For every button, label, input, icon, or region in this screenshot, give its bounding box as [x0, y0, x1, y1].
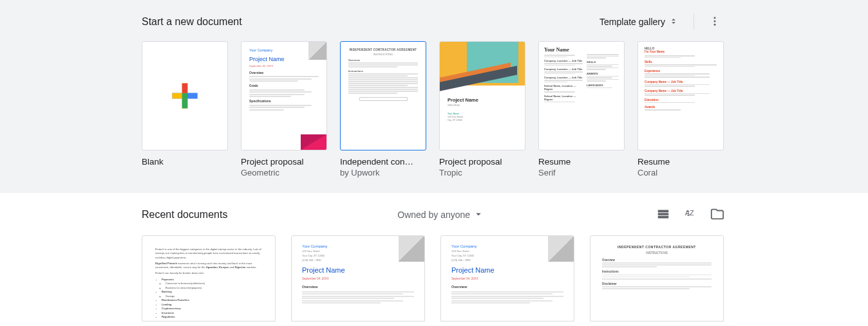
doc-card[interactable]: INDEPENDENT CONTRACTOR AGREEMENT INSTRUC… — [590, 235, 724, 321]
doc-section: Overview — [451, 284, 563, 289]
plus-icon — [142, 42, 227, 150]
template-proposal-geometric[interactable]: Your Company Project Name September 04, … — [241, 41, 327, 177]
templates-title: Start a new document — [142, 16, 242, 28]
ownership-filter[interactable]: Owned by anyone — [397, 208, 484, 222]
doc-card[interactable]: Your Company 123 Your Street Your City, … — [440, 235, 574, 321]
recent-header: Recent documents Owned by anyone AZ — [142, 206, 726, 224]
svg-rect-5 — [182, 93, 188, 99]
template-label: Project proposal — [241, 157, 327, 167]
svg-rect-8 — [173, 93, 182, 99]
svg-rect-9 — [182, 98, 188, 108]
thumb-heading: INDEPENDENT CONTRACTOR AGREEMENT — [348, 48, 418, 51]
doc-heading: Project Name — [451, 265, 563, 276]
ownership-filter-label: Owned by anyone — [397, 210, 470, 220]
recent-tools: AZ — [654, 206, 726, 224]
template-blank[interactable]: Blank — [142, 41, 228, 177]
doc-date: September 04, 20XX — [451, 277, 563, 282]
template-label: Resume — [538, 157, 625, 167]
template-label: Project proposal — [439, 157, 525, 167]
template-proposal-tropic[interactable]: Project Name 20XX-09-04 Your Name 123 Yo… — [439, 41, 525, 177]
template-gallery-label: Template gallery — [599, 17, 665, 27]
svg-rect-6 — [182, 84, 188, 93]
svg-point-1 — [714, 20, 716, 22]
template-sublabel: Serif — [538, 168, 625, 177]
doc-card[interactable]: Your Company 123 Your Street Your City, … — [291, 235, 425, 321]
template-thumb: Your Name Company, Location — Job Title … — [538, 41, 625, 150]
template-resume-serif[interactable]: Your Name Company, Location — Job Title … — [538, 41, 625, 177]
template-thumb: Your Company Project Name September 04, … — [241, 41, 327, 150]
folder-icon — [710, 207, 724, 223]
doc-brand: Your Company — [302, 244, 414, 249]
template-blank-thumb — [142, 41, 228, 150]
unfold-icon — [669, 15, 678, 29]
template-sublabel: Geometric — [241, 168, 327, 177]
thumb-heading: Project Name — [448, 97, 517, 103]
doc-brand: Your Company — [451, 244, 563, 249]
doc-section: Instructions — [602, 270, 712, 273]
thumb-brand: Your Company — [249, 48, 319, 53]
doc-thumb: INDEPENDENT CONTRACTOR AGREEMENT INSTRUC… — [590, 235, 724, 321]
sort-az-icon: AZ — [683, 207, 697, 223]
dropdown-icon — [473, 208, 484, 222]
template-label: Blank — [142, 157, 228, 167]
template-resume-coral[interactable]: HELLOI'm Your Name Skills Experience Com… — [637, 41, 724, 177]
doc-card[interactable]: Fintech is one of the biggest categories… — [142, 235, 276, 321]
divider — [693, 14, 694, 30]
svg-text:Z: Z — [690, 208, 694, 216]
svg-rect-7 — [187, 93, 197, 99]
more-options-button[interactable] — [703, 10, 726, 33]
more-vert-icon — [709, 15, 721, 29]
template-sublabel: by Upwork — [340, 168, 426, 177]
template-label: Independent con… — [340, 157, 426, 167]
sort-button[interactable]: AZ — [681, 206, 699, 224]
doc-thumb: Your Company 123 Your Street Your City, … — [291, 235, 425, 321]
list-view-button[interactable] — [654, 206, 672, 224]
doc-heading: Project Name — [302, 265, 414, 276]
templates-header: Start a new document Template gallery — [142, 10, 726, 33]
template-thumb: Project Name 20XX-09-04 Your Name 123 Yo… — [439, 41, 525, 150]
doc-section: Overview — [602, 258, 712, 262]
doc-sub: INSTRUCTIONS — [602, 251, 712, 255]
template-independent-contractor[interactable]: INDEPENDENT CONTRACTOR AGREEMENT INSTRUC… — [340, 41, 426, 177]
svg-point-0 — [714, 17, 716, 19]
doc-date: September 04, 20XX — [302, 277, 414, 282]
recent-section: Recent documents Owned by anyone AZ — [0, 193, 868, 321]
doc-thumb: Fintech is one of the biggest categories… — [142, 235, 276, 321]
template-gallery-button[interactable]: Template gallery — [593, 12, 684, 33]
template-sublabel: Coral — [637, 168, 724, 177]
recent-docs-row: Fintech is one of the biggest categories… — [142, 235, 726, 321]
svg-point-2 — [714, 23, 716, 25]
template-thumb: INDEPENDENT CONTRACTOR AGREEMENT INSTRUC… — [340, 41, 426, 150]
doc-thumb: Your Company 123 Your Street Your City, … — [440, 235, 574, 321]
list-view-icon — [656, 207, 670, 223]
templates-actions: Template gallery — [593, 10, 726, 33]
templates-section: Start a new document Template gallery — [0, 0, 868, 193]
open-file-picker-button[interactable] — [708, 206, 726, 224]
doc-heading: INDEPENDENT CONTRACTOR AGREEMENT — [602, 245, 712, 249]
templates-row: Blank Your Company Project Name Septembe… — [142, 41, 726, 177]
template-label: Resume — [637, 157, 724, 167]
recent-title: Recent documents — [142, 209, 227, 221]
template-sublabel: Tropic — [439, 168, 525, 177]
thumb-heading: Project Name — [249, 55, 319, 64]
doc-section: Disclaimer — [602, 282, 712, 285]
doc-section: Overview — [302, 284, 414, 289]
template-thumb: HELLOI'm Your Name Skills Experience Com… — [637, 41, 724, 150]
thumb-heading: Your Name — [544, 47, 583, 53]
